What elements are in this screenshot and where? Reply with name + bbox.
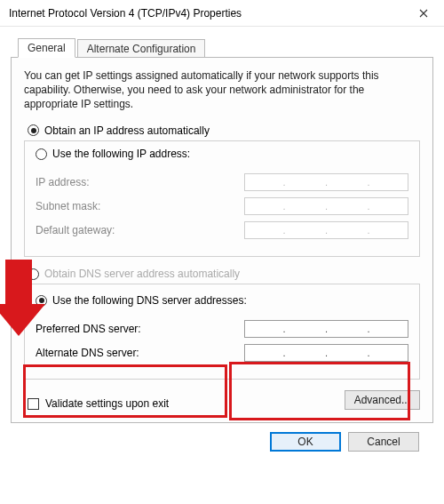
checkbox-icon xyxy=(28,398,39,410)
radio-icon xyxy=(28,268,39,280)
default-gateway-input: ... xyxy=(244,221,408,239)
cancel-button[interactable]: Cancel xyxy=(348,432,419,452)
preferred-dns-label: Preferred DNS server: xyxy=(36,323,141,335)
alternate-dns-label: Alternate DNS server: xyxy=(36,347,139,359)
radio-dns-manual-label: Use the following DNS server addresses: xyxy=(52,294,247,307)
subnet-mask-label: Subnet mask: xyxy=(36,200,100,212)
checkbox-validate[interactable]: Validate settings upon exit xyxy=(28,397,169,410)
tab-general[interactable]: General xyxy=(18,38,75,58)
tab-panel-general: You can get IP settings assigned automat… xyxy=(11,57,433,423)
ok-button[interactable]: OK xyxy=(270,432,341,452)
default-gateway-label: Default gateway: xyxy=(36,224,115,236)
radio-dns-manual[interactable]: Use the following DNS server addresses: xyxy=(32,294,250,307)
window-controls xyxy=(403,0,444,26)
preferred-dns-input[interactable]: ... xyxy=(244,320,408,338)
groupbox-ip-manual: Use the following IP address: IP address… xyxy=(24,140,420,258)
ip-address-label: IP address: xyxy=(36,176,89,188)
radio-ip-auto-label: Obtain an IP address automatically xyxy=(44,124,210,137)
intro-text: You can get IP settings assigned automat… xyxy=(24,68,420,112)
window-title: Internet Protocol Version 4 (TCP/IPv4) P… xyxy=(9,7,242,20)
radio-dns-auto[interactable]: Obtain DNS server address automatically xyxy=(28,268,420,280)
field-preferred-dns: Preferred DNS server: ... xyxy=(36,320,408,338)
radio-ip-manual-label: Use the following IP address: xyxy=(52,148,190,160)
field-subnet-mask: Subnet mask: ... xyxy=(36,197,408,215)
advanced-button[interactable]: Advanced... xyxy=(345,390,420,410)
radio-ip-manual[interactable]: Use the following IP address: xyxy=(32,148,194,160)
radio-icon xyxy=(36,148,47,160)
titlebar: Internet Protocol Version 4 (TCP/IPv4) P… xyxy=(0,0,444,27)
dialog-buttons: OK Cancel xyxy=(11,423,433,452)
tabstrip: General Alternate Configuration xyxy=(16,37,433,57)
close-icon[interactable] xyxy=(403,0,444,26)
ip-address-input: ... xyxy=(244,173,408,191)
field-ip-address: IP address: ... xyxy=(36,173,408,191)
radio-ip-auto[interactable]: Obtain an IP address automatically xyxy=(28,124,420,137)
radio-icon xyxy=(28,124,39,136)
checkbox-validate-label: Validate settings upon exit xyxy=(45,397,169,410)
field-alternate-dns: Alternate DNS server: ... xyxy=(36,344,408,362)
groupbox-dns-manual: Use the following DNS server addresses: … xyxy=(24,284,420,380)
alternate-dns-input[interactable]: ... xyxy=(244,344,408,362)
dialog-content: General Alternate Configuration You can … xyxy=(0,27,444,462)
panel-bottom-row: Validate settings upon exit Advanced... xyxy=(24,390,420,410)
radio-dns-auto-label: Obtain DNS server address automatically xyxy=(44,268,240,280)
subnet-mask-input: ... xyxy=(244,197,408,215)
tab-alternate[interactable]: Alternate Configuration xyxy=(77,39,206,58)
field-default-gateway: Default gateway: ... xyxy=(36,221,408,239)
radio-icon xyxy=(36,295,47,307)
